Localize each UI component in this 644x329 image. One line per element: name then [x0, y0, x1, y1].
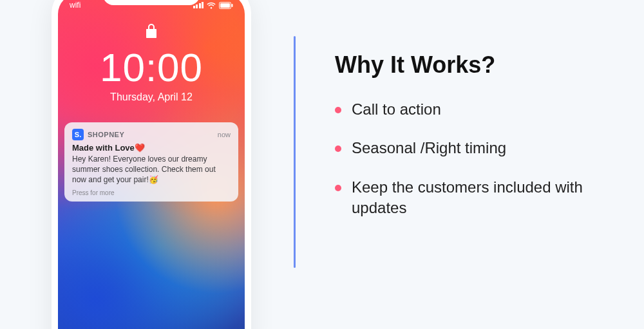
svg-rect-2: [232, 4, 233, 7]
content-panel: Why It Works? Call to action Seasonal /R…: [335, 52, 618, 237]
vertical-divider: [294, 36, 296, 268]
lock-icon: [58, 23, 245, 39]
bullet-dot-icon: [335, 185, 341, 191]
list-item: Call to action: [335, 99, 618, 120]
notification-body: Hey Karen! Everyone loves our dreamy sum…: [72, 154, 231, 185]
wifi-icon: [207, 2, 216, 9]
notification-title: Made with Love❤️: [72, 143, 231, 153]
phone-frame: wifi 10:00 Thursd: [52, 0, 251, 329]
phone-mockup: wifi 10:00 Thursd: [52, 0, 251, 329]
notification-time: now: [218, 131, 231, 138]
bullet-dot-icon: [335, 107, 341, 113]
status-right: [151, 2, 233, 9]
list-item-text: Keep the customers included with updates: [352, 177, 618, 219]
notification-card[interactable]: S. SHOPNEY now Made with Love❤️ Hey Kare…: [64, 122, 238, 202]
lock-screen: 10:00 Thursday, April 12: [58, 0, 245, 103]
lock-date: Thursday, April 12: [58, 91, 245, 103]
bullet-dot-icon: [335, 146, 341, 152]
battery-icon: [219, 2, 233, 9]
list-item: Seasonal /Right timing: [335, 138, 618, 158]
app-name: SHOPNEY: [88, 131, 124, 138]
status-bar: wifi: [58, 0, 245, 13]
svg-rect-1: [220, 3, 230, 8]
heading: Why It Works?: [335, 52, 618, 79]
status-wifi-label: wifi: [70, 1, 151, 10]
list-item-text: Call to action: [352, 99, 441, 120]
bullet-list: Call to action Seasonal /Right timing Ke…: [335, 99, 618, 219]
phone-screen: wifi 10:00 Thursd: [58, 0, 245, 329]
list-item-text: Seasonal /Right timing: [352, 138, 506, 158]
notification-footer: Press for more: [72, 189, 231, 196]
list-item: Keep the customers included with updates: [335, 177, 618, 219]
signal-icon: [193, 2, 204, 8]
notification-header: S. SHOPNEY now: [72, 129, 231, 140]
app-icon: S.: [72, 129, 84, 140]
lock-time: 10:00: [58, 48, 245, 88]
